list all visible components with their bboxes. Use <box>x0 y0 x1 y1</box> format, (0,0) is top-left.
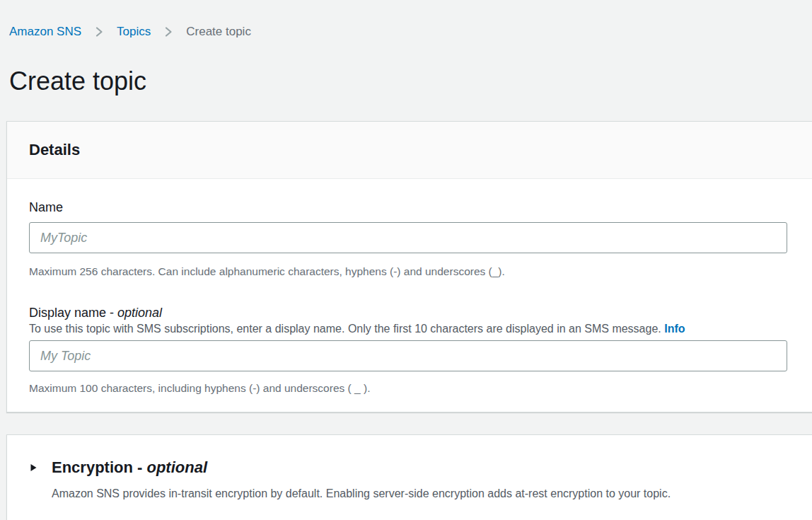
chevron-right-icon <box>163 26 173 37</box>
display-name-field-group: Display name - optional To use this topi… <box>29 304 812 395</box>
encryption-title-text: Encryption - <box>52 458 142 476</box>
encryption-description: Amazon SNS provides in-transit encryptio… <box>52 486 812 501</box>
details-header-title: Details <box>29 140 812 160</box>
details-card: Details Name Maximum 256 characters. Can… <box>6 121 812 412</box>
encryption-card: Encryption - optional Amazon SNS provide… <box>6 434 812 520</box>
encryption-title: Encryption - optional <box>52 458 207 478</box>
breadcrumb: Amazon SNS Topics Create topic <box>9 24 812 39</box>
display-name-label-text: Display name - <box>29 306 114 320</box>
display-name-label: Display name - optional <box>29 304 812 321</box>
display-name-optional-label: optional <box>117 306 162 320</box>
name-field-group: Name Maximum 256 characters. Can include… <box>29 199 812 279</box>
breadcrumb-link-topics[interactable]: Topics <box>117 24 151 39</box>
caret-right-icon <box>29 462 37 473</box>
name-helper-text: Maximum 256 characters. Can include alph… <box>29 265 812 279</box>
page-title: Create topic <box>9 66 812 97</box>
chevron-right-icon <box>94 26 104 37</box>
display-name-helper-text: Maximum 100 characters, including hyphen… <box>29 381 812 395</box>
display-name-input[interactable] <box>29 340 787 371</box>
details-card-body: Name Maximum 256 characters. Can include… <box>7 179 812 412</box>
info-link[interactable]: Info <box>664 323 685 335</box>
encryption-optional-label: optional <box>146 458 207 476</box>
breadcrumb-current: Create topic <box>186 24 251 39</box>
breadcrumb-link-amazon-sns[interactable]: Amazon SNS <box>9 24 81 39</box>
name-label: Name <box>29 199 812 216</box>
display-name-description: To use this topic with SMS subscriptions… <box>29 321 812 336</box>
encryption-expander-toggle[interactable]: Encryption - optional <box>29 458 207 478</box>
name-input[interactable] <box>29 222 787 253</box>
details-card-header: Details <box>7 122 812 179</box>
display-name-description-text: To use this topic with SMS subscriptions… <box>29 323 661 335</box>
